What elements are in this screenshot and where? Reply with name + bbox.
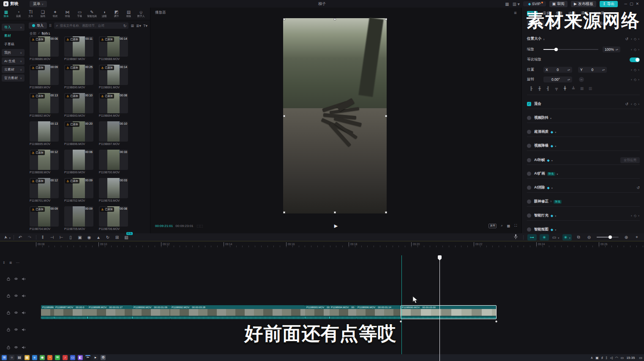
ribbon-tab-转场[interactable]: ⋈转场 [61,10,74,18]
preview-axis-icon[interactable]: ▭▾ [551,235,560,240]
review-button[interactable]: ▣审阅 [549,1,568,7]
minimize-button[interactable]: ─ [625,2,630,6]
超清画质-checkbox[interactable] [527,130,531,134]
search-refresh-icon[interactable]: ↻ [123,24,127,28]
media-card[interactable]: ⛹已添加00:08P1198706.MOV [99,206,128,230]
align-icon-5[interactable]: ╧ [569,86,578,90]
media-card[interactable]: 00:13P1198695.MOV [30,121,59,145]
volume-icon[interactable]: ◁ [610,356,613,360]
media-card[interactable]: ⛹已添加00:09P1198702.MOV [64,178,93,202]
stepper-icon[interactable]: ▴▾ [568,79,570,81]
timeline-clip[interactable]: P1198686.M [41,305,54,319]
align-icon-3[interactable]: ╤ [552,86,561,90]
hide-track-icon[interactable] [14,346,18,349]
slider-knob[interactable] [609,235,612,239]
redo-icon[interactable]: ↷ [25,235,34,240]
reset-icon[interactable]: ↺ [636,186,640,190]
search-icon[interactable]: ○ [9,355,14,360]
mute-track-icon[interactable] [22,294,26,298]
zoom-out-icon[interactable]: ⊖ [584,235,594,240]
timeline-clip[interactable]: P1198692.MOV00:00:03:28 [170,305,305,319]
record-audio-icon[interactable] [511,234,520,240]
media-card[interactable]: ⛹已添加00:11P1198687.MOV [64,36,93,60]
ribbon-tab-音频[interactable]: ◔音频 [12,10,25,18]
snap-toggle-icon[interactable]: ⊶ [527,234,537,241]
timeline-clip[interactable]: P1198687.MOV00:00:0 [54,305,87,319]
keyframe-icon[interactable]: ‹ ◇ › [631,214,640,218]
timeline-zoom-slider[interactable] [597,237,619,238]
media-card[interactable]: 00:03P1198703.MOV [99,178,128,202]
more-icon[interactable]: ⋯ [16,261,19,265]
freeze-frame-icon[interactable]: ▣ [75,235,85,240]
media-card[interactable]: 00:06P1198699.MOV [64,150,93,174]
selection-handle[interactable] [283,211,285,213]
selection-handle[interactable] [283,18,285,20]
fit-timeline-icon[interactable]: ⌖ [632,235,641,240]
mic-tray-icon[interactable]: ♯ [601,356,603,360]
ribbon-tab-媒体[interactable]: ▦媒体 [0,10,12,18]
stepper-icon[interactable]: ▴▾ [602,69,605,71]
playhead[interactable] [439,255,440,361]
select-tool-icon[interactable]: ➤▾ [3,235,12,240]
视频降噪-checkbox[interactable] [527,144,531,148]
grid-view-icon[interactable]: ⠿ [49,24,52,28]
眼神修正-checkbox[interactable] [527,200,531,204]
timeline-options-icon[interactable]: ⧉ [574,235,583,240]
lock-track-icon[interactable] [7,328,10,331]
layout-arrange-icon[interactable]: ▥ ▾ [513,2,520,6]
search-box[interactable]: ⌕ ↻ [54,22,129,29]
help-icon[interactable]: ? [550,200,551,203]
mute-track-icon[interactable] [22,346,26,349]
export-button[interactable]: ↥导出 [600,1,618,7]
reverse-icon[interactable]: ◉ [85,235,94,240]
align-icon-1[interactable]: ╫ [535,86,544,90]
media-card[interactable]: ⛹已添加00:10P1198693.MOV [64,93,93,117]
智能打光-checkbox[interactable] [527,213,531,218]
chevron-down-icon[interactable]: ▾ [555,131,556,134]
mute-track-icon[interactable] [22,328,26,331]
player-menu-icon[interactable]: ≣ [514,11,517,15]
timeline-clip[interactable]: P1198693.MOV00: [305,305,330,319]
apply-all-button[interactable]: 全部应用 [620,157,640,163]
timeline-clip[interactable]: P1198696.MOV00:00:01:14 [356,305,401,319]
chevron-down-icon[interactable]: ▾ [551,159,553,162]
ratio-icon[interactable]: ▩ [507,224,510,228]
ribbon-tab-滤镜[interactable]: ◑滤镜 [98,10,110,18]
media-card[interactable]: ⛹已添加00:09P1198704.MOV [30,206,59,230]
sidebar-item-云素材[interactable]: 云素材∨ [2,66,25,73]
keyframe-icon[interactable]: ‹ ◇ › [631,102,640,106]
mail-app-icon[interactable]: ▭ [70,355,75,360]
ribbon-tab-模板[interactable]: ▤模板 [123,10,135,18]
sort-icon[interactable]: ≣▾ [136,24,141,28]
selection-handle[interactable] [283,115,285,117]
sidebar-item-官方素材[interactable]: 官方素材∨ [2,74,25,82]
stepper-icon[interactable]: ▴▾ [568,69,570,71]
keyframe-icon[interactable]: ‹ ◇ › [631,68,640,72]
fullscreen-icon[interactable]: ⛶ [514,224,517,228]
wechat-icon[interactable]: ✉ [55,355,60,360]
edge-browser-icon[interactable]: e [32,355,37,360]
keyframe-icon[interactable]: ‹ ◇ › [631,37,640,41]
video-viewport[interactable] [283,18,387,213]
chevron-down-icon[interactable]: ▾ [555,228,556,231]
media-card[interactable]: ⛹已添加00:08P1198694.MOV [99,93,128,117]
ribbon-tab-字幕[interactable]: ▭字幕 [74,10,86,18]
media-card[interactable]: ⛹已添加00:13P1198692.MOV [30,93,59,117]
preview-zoom-icon[interactable]: ⌕ [501,224,502,228]
compact-view-icon[interactable]: ⊞ [131,24,134,28]
rotation-field[interactable]: 0.00°▴▾ [543,77,572,82]
lock-track-icon[interactable] [7,294,10,298]
play-button[interactable]: ▶ [334,223,338,229]
uniform-scale-toggle[interactable] [630,57,640,62]
hide-track-icon[interactable] [14,294,18,297]
lock-track-icon[interactable] [7,345,10,349]
media-card[interactable]: ⛹已添加00:14P1198688.MOV [99,36,128,60]
playhead-handle[interactable] [438,255,442,260]
crop-icon[interactable]: ⊞ [112,235,122,240]
safe-area-icon[interactable]: ⬚⬚ [197,224,203,228]
media-card[interactable]: ⛹已添加00:20P1198696.MOV [64,121,93,145]
sidebar-item-导入[interactable]: 导入∧ [2,24,25,31]
breadcrumb-root[interactable]: 全部 [30,31,36,36]
ribbon-tab-贴纸[interactable]: ❏贴纸 [37,10,49,18]
network-icon[interactable]: ◠ [615,356,618,360]
